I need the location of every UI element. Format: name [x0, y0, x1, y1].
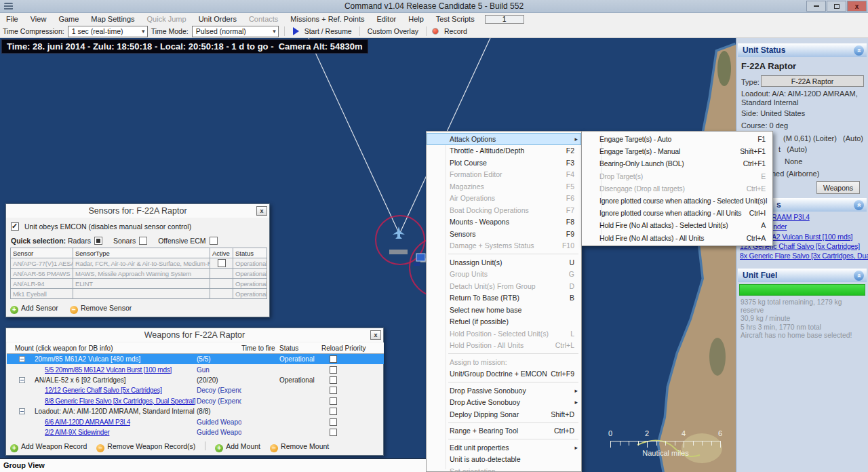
- menu-game[interactable]: Game: [52, 13, 85, 25]
- atk-bearing-only-launch-bol[interactable]: Bearing-Only Launch (BOL)Ctrl+F1: [582, 157, 772, 170]
- menu-missions-ref-points[interactable]: Missions + Ref. Points: [284, 13, 370, 25]
- ctx-boat-docking-operations[interactable]: Boat Docking OperationsF7: [427, 204, 581, 216]
- ctx-throttle-altitude-depth[interactable]: Throttle - Altitude/DepthF2: [427, 145, 581, 157]
- ctx-return-to-base-rtb[interactable]: Return To Base (RTB)B: [427, 292, 581, 304]
- menu-help[interactable]: Help: [402, 13, 430, 25]
- maximize-button[interactable]: [827, 1, 846, 12]
- ctx-mounts-weapons[interactable]: Mounts - WeaponsF8: [427, 216, 581, 229]
- weapon-quick-link[interactable]: A2 Vulcan Burst [100 rnds]: [772, 233, 852, 241]
- atk-engage-target-s-auto[interactable]: Engage Target(s) - AutoF1: [582, 133, 772, 145]
- ctx-assign-to-mission[interactable]: Assign to mission:: [427, 356, 581, 368]
- menu-view[interactable]: View: [24, 13, 53, 25]
- menu-quick-jump[interactable]: Quick Jump: [141, 13, 193, 25]
- weapon-quick-link[interactable]: 8x Generic Flare Salvo [3x Cartridges, D…: [740, 252, 868, 260]
- weapon-row[interactable]: AN/ALE-52 x 6 [92 Cartridges](20/20)Oper…: [7, 375, 384, 385]
- reload-priority-checkbox[interactable]: [330, 418, 337, 426]
- ctx-drop-active-sonobuoy[interactable]: Drop Active Sonobuoy▸: [427, 397, 581, 409]
- ctx-attack-options[interactable]: Attack Options▸: [427, 133, 581, 145]
- menu-file[interactable]: File: [0, 13, 24, 25]
- time-compression-select[interactable]: 1 sec (real-time)▾: [68, 26, 148, 37]
- weapon-quick-link[interactable]: RAAM P3I.4: [772, 213, 810, 221]
- menu-contacts[interactable]: Contacts: [243, 13, 284, 25]
- title-bar[interactable]: Command v1.04 Release Candidate 5 - Buil…: [0, 0, 868, 13]
- menu-unit-orders[interactable]: Unit Orders: [193, 13, 243, 25]
- ctx-edit-unit-properties[interactable]: Edit unit properties▸: [427, 441, 581, 454]
- record-button[interactable]: Record: [442, 27, 469, 35]
- ctx-magazines[interactable]: MagazinesF5: [427, 180, 581, 193]
- reload-priority-checkbox[interactable]: [330, 366, 337, 374]
- weapon-link[interactable]: 5/5 20mm/85 M61A2 Vulcan Burst [100 rnds…: [45, 366, 172, 374]
- ownship-aircraft-icon[interactable]: [393, 227, 405, 239]
- reload-priority-checkbox[interactable]: [330, 429, 337, 436]
- ctx-sensors[interactable]: SensorsF9: [427, 228, 581, 240]
- ctx-damage-systems-status[interactable]: Damage + Systems StatusF10: [427, 240, 581, 252]
- ctx-hold-position-all-units[interactable]: Hold Position - All UnitsCtrl+L: [427, 340, 581, 352]
- add-sensor-button[interactable]: +Add Sensor: [10, 304, 58, 312]
- collapse-chevron-icon[interactable]: »: [854, 200, 864, 210]
- ctx-formation-editor[interactable]: Formation EditorF4: [427, 169, 581, 181]
- quick-option-checkbox-offensive-ecm[interactable]: [210, 237, 218, 245]
- atk-hold-fire-no-ai-attacks-all-units[interactable]: Hold Fire (No AI attacks) - All UnitsCtr…: [582, 232, 772, 244]
- close-icon[interactable]: x: [256, 206, 267, 216]
- weapons-dialog-titlebar[interactable]: Weapons for F-22A Raptor x: [6, 328, 383, 342]
- quick-option-checkbox-radars[interactable]: [94, 237, 102, 245]
- ctx-unit-is-auto-detectable[interactable]: Unit is auto-detectable: [427, 454, 581, 466]
- weapon-row[interactable]: 5/5 20mm/85 M61A2 Vulcan Burst [100 rnds…: [7, 364, 384, 374]
- ctx-detach-unit-s-from-group[interactable]: Detach Unit(s) From GroupD: [427, 280, 581, 292]
- ctx-refuel-if-possible[interactable]: Refuel (if possible): [427, 316, 581, 328]
- close-icon[interactable]: x: [370, 330, 381, 340]
- weapon-link[interactable]: 6/6 AIM-120D AMRAAM P3I.4: [45, 418, 130, 426]
- sensors-dialog-titlebar[interactable]: Sensors for: F-22A Raptor x: [6, 204, 269, 218]
- ctx-air-operations[interactable]: Air OperationsF6: [427, 193, 581, 205]
- atk-hold-fire-no-ai-attacks-selected-unit-s[interactable]: Hold Fire (No AI attacks) - Selected Uni…: [582, 219, 772, 231]
- active-checkbox[interactable]: [218, 259, 226, 267]
- custom-overlay-button[interactable]: Custom Overlay: [366, 27, 420, 35]
- sensor-row[interactable]: AN/APG-77(V)1 AESARadar, FCR, Air-to-Air…: [11, 258, 267, 269]
- atk-engage-target-s-manual[interactable]: Engage Target(s) - ManualShift+F1: [582, 145, 772, 157]
- add-mount-button[interactable]: +Add Mount: [215, 442, 260, 450]
- weapon-link[interactable]: 12/12 Generic Chaff Salvo [5x Cartridges…: [45, 387, 162, 394]
- collapse-chevron-icon[interactable]: »: [854, 45, 864, 56]
- weapon-row[interactable]: 20mm/85 M61A2 Vulcan [480 rnds](5/5)Oper…: [7, 354, 384, 364]
- reload-priority-checkbox[interactable]: [330, 376, 337, 384]
- collapse-icon[interactable]: [19, 377, 25, 383]
- contact-icon[interactable]: [416, 254, 425, 261]
- ctx-unit-group-doctrine-emcon[interactable]: Unit/Group Doctrine + EMCONCtrl+F9: [427, 368, 581, 380]
- remove-sensor-button[interactable]: −Remove Sensor: [70, 304, 132, 312]
- weapon-link[interactable]: 2/2 AIM-9X Sidewinder: [45, 429, 109, 436]
- remove-mount-button[interactable]: −Remove Mount: [270, 442, 329, 450]
- unit-status-header[interactable]: Unit Status »: [738, 43, 867, 57]
- menu-map-settings[interactable]: Map Settings: [85, 13, 140, 25]
- ctx-unassign-unit-s[interactable]: Unassign Unit(s)U: [427, 256, 581, 269]
- reload-priority-checkbox[interactable]: [330, 397, 337, 405]
- collapse-icon[interactable]: [19, 408, 25, 414]
- time-mode-select[interactable]: Pulsed (normal)▾: [192, 26, 279, 37]
- minimize-button[interactable]: [806, 1, 826, 12]
- weapon-row[interactable]: 2/2 AIM-9X SidewinderGuided Weapon: [7, 427, 384, 437]
- start-resume-button[interactable]: Start / Resume: [302, 27, 354, 35]
- weapon-row[interactable]: 12/12 Generic Chaff Salvo [5x Cartridges…: [7, 385, 384, 395]
- atk-disengage-drop-all-targets[interactable]: Disengage (Drop all targets)Ctrl+E: [582, 182, 772, 195]
- ctx-plot-course[interactable]: Plot CourseF3: [427, 157, 581, 169]
- weapon-link[interactable]: 8/8 Generic Flare Salvo [3x Cartridges, …: [45, 397, 195, 405]
- emcon-checkbox[interactable]: [11, 222, 19, 231]
- atk-drop-target-s[interactable]: Drop Target(s)E: [582, 170, 772, 182]
- ctx-range-bearing-tool[interactable]: Range + Bearing ToolCtrl+D: [427, 425, 581, 437]
- unit-fuel-header[interactable]: Unit Fuel »: [738, 269, 867, 282]
- close-button[interactable]: x: [847, 1, 867, 12]
- sensor-row[interactable]: AN/AAR-56 PMAWSMAWS, Missile Approach Wa…: [11, 269, 267, 279]
- remove-weapon-record-s-button[interactable]: −Remove Weapon Record(s): [96, 442, 195, 450]
- ctx-group-units[interactable]: Group UnitsG: [427, 269, 581, 281]
- unit-type-button[interactable]: F-22A Raptor: [761, 75, 864, 87]
- reload-priority-checkbox[interactable]: [330, 355, 337, 363]
- weapon-row[interactable]: Loadout: A/A: AIM-120D AMRAAM, Standard …: [7, 406, 384, 416]
- ctx-deploy-dipping-sonar[interactable]: Deploy Dipping SonarShift+D: [427, 408, 581, 420]
- ctx-drop-passive-sonobuoy[interactable]: Drop Passive Sonobuoy▸: [427, 385, 581, 397]
- quick-option-checkbox-sonars[interactable]: [139, 237, 147, 245]
- ctx-select-new-home-base[interactable]: Select new home base: [427, 304, 581, 316]
- weapon-row[interactable]: 8/8 Generic Flare Salvo [3x Cartridges, …: [7, 396, 384, 406]
- ctx-hold-position-selected-unit-s[interactable]: Hold Position - Selected Unit(s)L: [427, 328, 581, 340]
- atk-ignore-plotted-course-when-attacking-selected-unit-s[interactable]: Ignore plotted course when attacking - S…: [582, 195, 772, 207]
- collapse-chevron-icon[interactable]: »: [854, 271, 864, 281]
- test-scripts-count-input[interactable]: [485, 15, 524, 24]
